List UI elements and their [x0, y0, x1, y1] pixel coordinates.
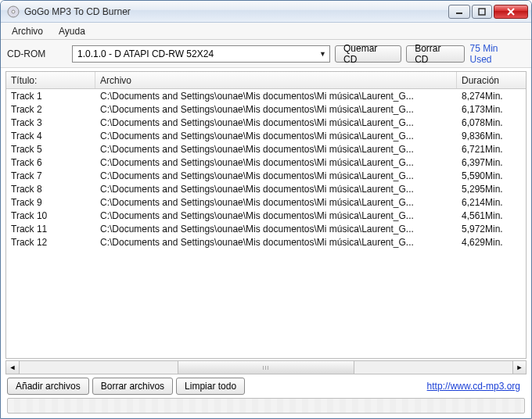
column-file[interactable]: Archivo — [95, 72, 457, 88]
cell-title: Track 12 — [6, 237, 95, 248]
cell-title: Track 10 — [6, 210, 95, 221]
cell-title: Track 8 — [6, 184, 95, 195]
table-row[interactable]: Track 12C:\Documents and Settings\ounae\… — [6, 235, 526, 249]
cell-duration: 8,274Min. — [457, 91, 526, 102]
column-duration[interactable]: Duración — [457, 72, 526, 88]
table-row[interactable]: Track 11C:\Documents and Settings\ounae\… — [6, 222, 526, 235]
cell-file: C:\Documents and Settings\ounae\Mis docu… — [95, 144, 457, 155]
cell-title: Track 6 — [6, 157, 95, 168]
cell-file: C:\Documents and Settings\ounae\Mis docu… — [95, 170, 457, 181]
cell-file: C:\Documents and Settings\ounae\Mis docu… — [95, 237, 457, 248]
cell-file: C:\Documents and Settings\ounae\Mis docu… — [95, 210, 457, 221]
cdrom-label: CD-ROM — [7, 48, 67, 59]
table-row[interactable]: Track 10C:\Documents and Settings\ounae\… — [6, 209, 526, 222]
cell-file: C:\Documents and Settings\ounae\Mis docu… — [95, 131, 457, 141]
progress-bar — [7, 398, 525, 414]
maximize-button[interactable] — [472, 5, 492, 19]
remove-files-button[interactable]: Borrar archivos — [92, 378, 173, 395]
cell-title: Track 1 — [6, 91, 95, 102]
cell-duration: 4,561Min. — [457, 210, 526, 221]
app-icon — [7, 5, 20, 18]
close-button[interactable] — [494, 5, 528, 19]
table-row[interactable]: Track 2C:\Documents and Settings\ounae\M… — [6, 102, 526, 116]
app-window: GoGo MP3 To CD Burner Archivo Ayuda CD-R… — [0, 0, 532, 419]
toolbar: CD-ROM 1.0.1.0 - D ATAPI CD-RW 52X24 ▼ Q… — [1, 40, 531, 68]
cell-title: Track 2 — [6, 104, 95, 115]
cell-duration: 4,629Min. — [457, 237, 526, 248]
cell-duration: 5,972Min. — [457, 224, 526, 235]
table-row[interactable]: Track 4C:\Documents and Settings\ounae\M… — [6, 129, 526, 142]
clear-all-button[interactable]: Limpiar todo — [176, 378, 245, 395]
scroll-left-icon[interactable]: ◄ — [6, 361, 20, 374]
table-row[interactable]: Track 9C:\Documents and Settings\ounae\M… — [6, 195, 526, 209]
track-list: Título: Archivo Duración Track 1C:\Docum… — [5, 71, 527, 359]
chevron-down-icon: ▼ — [319, 50, 326, 58]
window-title: GoGo MP3 To CD Burner — [24, 6, 448, 17]
svg-rect-3 — [479, 9, 485, 15]
window-controls — [448, 5, 528, 19]
minimize-button[interactable] — [448, 5, 470, 19]
table-row[interactable]: Track 6C:\Documents and Settings\ounae\M… — [6, 156, 526, 169]
drive-value: 1.0.1.0 - D ATAPI CD-RW 52X24 — [77, 48, 214, 59]
cell-duration: 6,397Min. — [457, 157, 526, 168]
cell-file: C:\Documents and Settings\ounae\Mis docu… — [95, 104, 457, 115]
horizontal-scrollbar[interactable]: ◄ III ► — [5, 360, 527, 374]
cell-title: Track 11 — [6, 224, 95, 235]
cell-duration: 5,590Min. — [457, 170, 526, 181]
cell-file: C:\Documents and Settings\ounae\Mis docu… — [95, 157, 457, 168]
scroll-track[interactable]: III — [20, 361, 512, 374]
cell-duration: 9,836Min. — [457, 131, 526, 141]
erase-cd-button[interactable]: Borrar CD — [406, 45, 465, 63]
cell-duration: 6,173Min. — [457, 104, 526, 115]
menu-ayuda[interactable]: Ayuda — [52, 24, 92, 38]
cell-title: Track 3 — [6, 117, 95, 128]
list-header: Título: Archivo Duración — [6, 72, 526, 89]
titlebar[interactable]: GoGo MP3 To CD Burner — [1, 1, 531, 23]
cell-file: C:\Documents and Settings\ounae\Mis docu… — [95, 117, 457, 128]
cell-duration: 6,721Min. — [457, 144, 526, 155]
table-row[interactable]: Track 7C:\Documents and Settings\ounae\M… — [6, 169, 526, 182]
column-title[interactable]: Título: — [6, 72, 95, 88]
cell-duration: 6,078Min. — [457, 117, 526, 128]
cell-duration: 5,295Min. — [457, 184, 526, 195]
minutes-used: 75 Min Used — [470, 43, 526, 65]
table-row[interactable]: Track 3C:\Documents and Settings\ounae\M… — [6, 116, 526, 129]
cell-duration: 6,214Min. — [457, 197, 526, 208]
cell-file: C:\Documents and Settings\ounae\Mis docu… — [95, 91, 457, 102]
cell-title: Track 4 — [6, 131, 95, 141]
menu-archivo[interactable]: Archivo — [5, 24, 49, 38]
scroll-thumb[interactable]: III — [178, 361, 355, 374]
drive-select[interactable]: 1.0.1.0 - D ATAPI CD-RW 52X24 ▼ — [72, 45, 330, 63]
cell-title: Track 9 — [6, 197, 95, 208]
cell-file: C:\Documents and Settings\ounae\Mis docu… — [95, 184, 457, 195]
add-files-button[interactable]: Añadir archivos — [7, 378, 89, 395]
svg-point-1 — [12, 10, 15, 13]
list-body[interactable]: Track 1C:\Documents and Settings\ounae\M… — [6, 89, 526, 358]
cell-title: Track 5 — [6, 144, 95, 155]
bottom-toolbar: Añadir archivos Borrar archivos Limpiar … — [1, 374, 531, 398]
table-row[interactable]: Track 5C:\Documents and Settings\ounae\M… — [6, 142, 526, 156]
table-row[interactable]: Track 8C:\Documents and Settings\ounae\M… — [6, 182, 526, 195]
burn-cd-button[interactable]: Quemar CD — [335, 45, 401, 63]
scroll-right-icon[interactable]: ► — [512, 361, 526, 374]
cell-file: C:\Documents and Settings\ounae\Mis docu… — [95, 197, 457, 208]
menubar: Archivo Ayuda — [1, 23, 531, 40]
website-link[interactable]: http://www.cd-mp3.org — [427, 381, 525, 392]
table-row[interactable]: Track 1C:\Documents and Settings\ounae\M… — [6, 89, 526, 102]
cell-file: C:\Documents and Settings\ounae\Mis docu… — [95, 224, 457, 235]
cell-title: Track 7 — [6, 170, 95, 181]
